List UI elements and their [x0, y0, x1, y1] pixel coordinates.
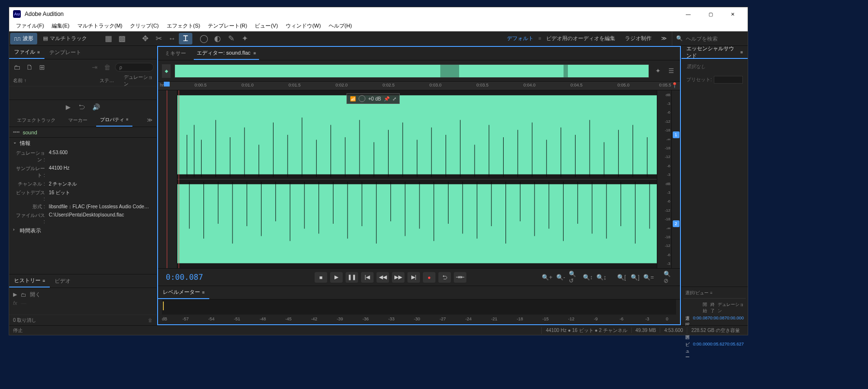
loop-button[interactable]: ⮌ [438, 272, 451, 283]
record-button[interactable]: ● [423, 272, 435, 283]
spectral-freq-icon[interactable]: ▦ [101, 33, 115, 44]
zoom-out-amp-icon[interactable]: 🔍↨ [596, 272, 607, 283]
heal-tool-icon[interactable]: ✦ [238, 33, 251, 44]
list-view-icon[interactable]: ☰ [666, 67, 676, 74]
menu-help[interactable]: ヘルプ(H) [325, 22, 356, 29]
panel-menu-icon[interactable]: ≡ [202, 290, 204, 295]
level-meter[interactable] [162, 300, 676, 315]
insert-icon[interactable]: ⇥ [90, 62, 100, 72]
brush-tool-icon[interactable]: ✎ [224, 33, 238, 44]
current-time-display[interactable]: 0:00.087 [158, 273, 245, 282]
panel-menu-icon[interactable]: ≡ [126, 117, 129, 122]
zoom-full-icon[interactable]: 🔍= [643, 272, 654, 283]
volume-hud[interactable]: 📶 +0 dB 📌 ⤢ [347, 93, 400, 104]
selection-view-title[interactable]: 選択/ビュー≡ [685, 290, 712, 296]
menu-view[interactable]: ビュー(V) [251, 22, 282, 29]
file-list[interactable] [9, 86, 157, 100]
slip-tool-icon[interactable]: ↔ [165, 33, 179, 44]
zoom-reset-all-icon[interactable]: 🔍⊘ [664, 272, 674, 283]
history-item-open[interactable]: ▶🗀開く [13, 290, 153, 299]
workspace-default[interactable]: デフォルト [502, 35, 538, 42]
col-name[interactable]: 名前 ↑ [13, 77, 100, 84]
move-tool-icon[interactable]: ✥ [138, 33, 152, 44]
menu-window[interactable]: ウィンドウ(W) [282, 22, 325, 29]
menu-clip[interactable]: クリップ(C) [126, 22, 162, 29]
pause-button[interactable]: ❚❚ [346, 272, 358, 283]
rewind-start-button[interactable]: |◀ [361, 272, 374, 283]
loop-icon[interactable]: ⮌ [78, 103, 85, 111]
stop-button[interactable]: ■ [315, 272, 327, 283]
spectral-pitch-icon[interactable]: ▩ [115, 33, 129, 44]
pin-icon[interactable]: 📌 [384, 96, 390, 101]
view-multitrack-button[interactable]: ▤ マルチトラック [39, 33, 91, 44]
razor-tool-icon[interactable]: ✂ [152, 33, 165, 44]
zoom-out-time-icon[interactable]: 🔍- [555, 272, 566, 283]
trash-icon[interactable]: 🗑 [148, 317, 153, 323]
history-tab[interactable]: ヒストリー≡ [9, 274, 50, 288]
editor-file-tab[interactable]: エディター: sound.flac≡ [194, 47, 259, 60]
essential-sound-tab[interactable]: エッセンシャルサウンド≡ [681, 46, 748, 59]
workspace-more[interactable]: ≫ [656, 35, 672, 42]
window-minimize-button[interactable]: — [677, 7, 699, 21]
rewind-button[interactable]: ◀◀ [376, 272, 389, 283]
panel-menu-icon[interactable]: ≡ [253, 51, 256, 56]
overview-handle-icon[interactable]: ◆ [162, 64, 171, 78]
waveform-display[interactable]: 📶 +0 dB 📌 ⤢ dB-3-6-12-18-∞-18-12-6-3 dB-… [158, 90, 680, 268]
zoom-reset-icon[interactable]: 🔍↺ [569, 272, 579, 283]
zoom-in-amp-icon[interactable]: 🔍↕ [582, 272, 593, 283]
time-display-header[interactable]: ›時間表示 [9, 225, 157, 236]
menu-effects[interactable]: エフェクト(S) [163, 22, 204, 29]
zoom-selection-out-icon[interactable]: 🔍] [630, 272, 640, 283]
menu-file[interactable]: ファイル(F) [12, 22, 48, 29]
view-dur-value[interactable]: 0:05.627 [727, 342, 744, 360]
skip-selection-button[interactable]: ⇥⇤ [454, 272, 466, 283]
autoplay-icon[interactable]: 🔊 [92, 103, 100, 111]
open-file-icon[interactable]: 🗀 [12, 62, 22, 72]
marquee-tool-icon[interactable]: ◯ [197, 33, 211, 44]
preset-dropdown[interactable] [714, 76, 743, 84]
help-search-input[interactable] [686, 36, 744, 42]
play-icon[interactable]: ▶ [66, 103, 71, 111]
panel-menu-icon[interactable]: ≡ [710, 291, 713, 295]
time-ruler[interactable]: hms 0:00.5 0:01.0 0:01.5 0:02.0 0:02.5 0… [158, 82, 680, 90]
zoom-nav-icon[interactable]: ✦ [653, 67, 663, 74]
marker-tab[interactable]: マーカー [64, 114, 91, 127]
expand-icon[interactable]: ⤢ [392, 96, 396, 101]
panel-menu-icon[interactable]: ≡ [37, 50, 40, 55]
new-file-icon[interactable]: 🗋 [25, 62, 34, 72]
time-selection-tool-icon[interactable]: Ꮖ [179, 33, 192, 44]
templates-panel-tab[interactable]: テンプレート [44, 46, 86, 59]
properties-tab[interactable]: プロパティ≡ [96, 114, 132, 127]
channel-2-badge[interactable]: 2 [673, 220, 680, 227]
workspace-radio[interactable]: ラジオ制作 [620, 35, 656, 42]
marker-pin-icon[interactable]: 📍 [671, 82, 678, 88]
files-panel-tab[interactable]: ファイル≡ [9, 46, 44, 59]
zoom-selection-in-icon[interactable]: 🔍[ [616, 272, 627, 283]
overview-waveform[interactable] [174, 64, 649, 78]
forward-button[interactable]: ▶▶ [392, 272, 405, 283]
view-waveform-button[interactable]: ⎍⎍ 波形 [10, 33, 37, 44]
play-button[interactable]: ▶ [330, 272, 343, 283]
file-filter-input[interactable] [115, 63, 154, 72]
panel-menu-icon[interactable]: ≡ [740, 50, 743, 55]
window-close-button[interactable]: ✕ [722, 7, 744, 21]
delete-icon[interactable]: 🗑 [102, 62, 112, 72]
info-section-header[interactable]: ⌄情報 [9, 138, 157, 149]
view-start-value[interactable]: 0:00.000 [693, 342, 710, 360]
lasso-tool-icon[interactable]: ◐ [211, 33, 224, 44]
col-duration[interactable]: デュレーション [124, 74, 153, 87]
new-multitrack-icon[interactable]: ⊞ [37, 62, 47, 72]
menu-edit[interactable]: 編集(E) [48, 22, 73, 29]
panel-overflow-icon[interactable]: ≫ [147, 117, 153, 123]
mixer-tab[interactable]: ミキサー [162, 47, 189, 60]
video-tab[interactable]: ビデオ [50, 274, 75, 288]
channel-1-badge[interactable]: 1 [673, 131, 680, 138]
forward-end-button[interactable]: ▶| [407, 272, 420, 283]
panel-menu-icon[interactable]: ≡ [43, 278, 45, 283]
volume-knob-icon[interactable] [359, 95, 365, 102]
effectrack-tab[interactable]: エフェクトラック [13, 114, 59, 127]
menu-template[interactable]: テンプレート(R) [204, 22, 251, 29]
col-status[interactable]: ステ… [100, 77, 124, 84]
playhead-indicator[interactable] [164, 82, 170, 86]
window-maximize-button[interactable]: ▢ [699, 7, 722, 21]
